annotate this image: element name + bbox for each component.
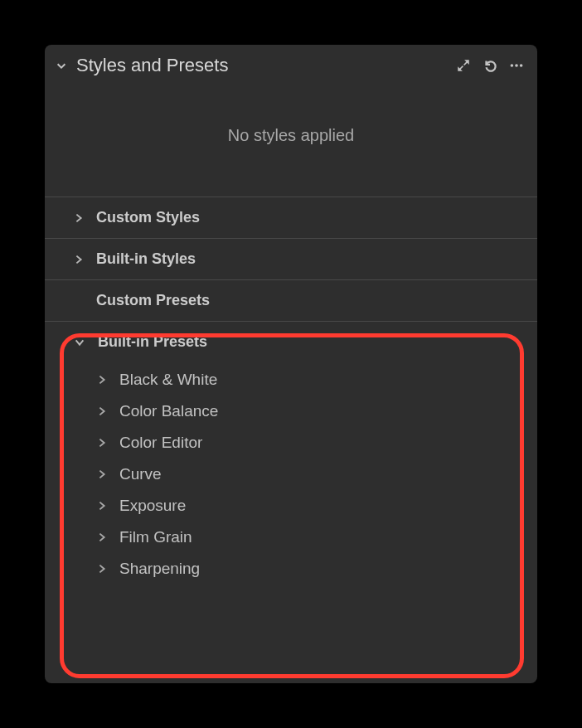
section-label: Custom Styles xyxy=(96,209,200,226)
section-label: Built-in Presets xyxy=(98,333,207,351)
preset-item[interactable]: Black & White xyxy=(45,364,537,396)
chevron-right-icon xyxy=(73,212,85,224)
more-icon[interactable] xyxy=(509,58,524,73)
chevron-right-icon xyxy=(96,437,108,449)
preset-label: Black & White xyxy=(119,371,217,389)
section-label: Built-in Styles xyxy=(96,250,196,268)
reset-icon[interactable] xyxy=(483,58,497,73)
collapse-icon[interactable] xyxy=(55,59,68,72)
svg-point-1 xyxy=(515,64,518,67)
preset-label: Color Editor xyxy=(119,434,202,452)
header-actions xyxy=(456,58,524,73)
custom-presets-section[interactable]: Custom Presets xyxy=(45,280,537,321)
preset-label: Curve xyxy=(119,465,162,483)
chevron-right-icon xyxy=(96,563,108,575)
empty-state-message: No styles applied xyxy=(45,86,537,197)
styles-presets-panel: Styles and Presets xyxy=(45,45,537,683)
preset-label: Color Balance xyxy=(119,402,218,420)
chevron-right-icon xyxy=(96,468,108,480)
preset-item[interactable]: Film Grain xyxy=(45,522,537,553)
chevron-right-icon xyxy=(96,531,108,543)
preset-item[interactable]: Exposure xyxy=(45,490,537,522)
preset-label: Exposure xyxy=(119,497,186,515)
expand-icon[interactable] xyxy=(456,58,471,73)
svg-point-0 xyxy=(511,64,514,67)
preset-item[interactable]: Curve xyxy=(45,459,537,490)
chevron-right-icon xyxy=(96,374,108,386)
preset-label: Sharpening xyxy=(119,560,200,578)
preset-item[interactable]: Color Balance xyxy=(45,396,537,427)
preset-item[interactable]: Color Editor xyxy=(45,427,537,459)
preset-item[interactable]: Sharpening xyxy=(45,553,537,585)
panel-header: Styles and Presets xyxy=(45,45,537,86)
chevron-right-icon xyxy=(96,405,108,417)
custom-styles-section[interactable]: Custom Styles xyxy=(45,197,537,238)
builtin-presets-list: Black & WhiteColor BalanceColor EditorCu… xyxy=(45,362,537,601)
svg-point-2 xyxy=(520,64,523,67)
builtin-styles-section[interactable]: Built-in Styles xyxy=(45,239,537,279)
builtin-presets-section[interactable]: Built-in Presets xyxy=(45,322,537,362)
preset-label: Film Grain xyxy=(119,528,192,546)
panel-title: Styles and Presets xyxy=(76,55,448,76)
section-label: Custom Presets xyxy=(96,292,210,309)
chevron-right-icon xyxy=(73,254,85,265)
chevron-right-icon xyxy=(96,500,108,512)
chevron-down-icon xyxy=(73,336,86,349)
